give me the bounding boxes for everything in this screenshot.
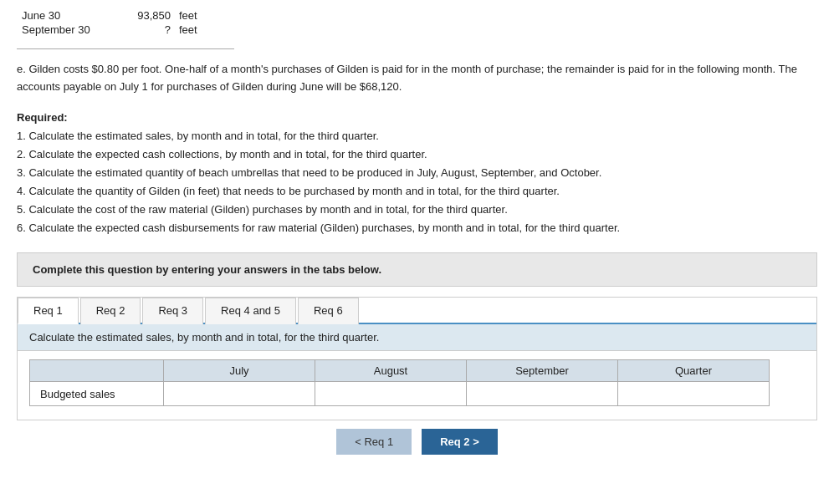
input-cell-3[interactable] bbox=[618, 382, 770, 406]
row-label: September 30 bbox=[17, 23, 109, 37]
required-item: 5. Calculate the cost of the raw materia… bbox=[17, 201, 817, 219]
top-inventory-table: June 30 93,850 feet September 30 ? feet bbox=[17, 8, 202, 37]
section-e-text: e. Gilden costs $0.80 per foot. One-half… bbox=[17, 61, 817, 96]
required-section: Required: 1. Calculate the estimated sal… bbox=[17, 111, 817, 238]
next-button[interactable]: Req 2 > bbox=[422, 429, 498, 455]
section-e: e. Gilden costs $0.80 per foot. One-half… bbox=[17, 61, 817, 96]
row-value: 93,850 bbox=[109, 8, 176, 23]
nav-buttons: < Req 1 Req 2 > bbox=[17, 420, 817, 460]
tab-content: Calculate the estimated sales, by month … bbox=[17, 324, 817, 420]
tab-req1[interactable]: Req 1 bbox=[18, 298, 79, 324]
tabs-row: Req 1Req 2Req 3Req 4 and 5Req 6 bbox=[18, 298, 816, 324]
required-item: 6. Calculate the expected cash disbursem… bbox=[17, 219, 817, 237]
required-item: 2. Calculate the expected cash collectio… bbox=[17, 145, 817, 164]
divider bbox=[17, 48, 234, 49]
tab-description: Calculate the estimated sales, by month … bbox=[18, 324, 816, 351]
required-item: 3. Calculate the estimated quantity of b… bbox=[17, 164, 817, 182]
col-header-2: August bbox=[315, 360, 467, 382]
input-cell-0[interactable] bbox=[164, 382, 315, 406]
tab-req6[interactable]: Req 6 bbox=[298, 298, 359, 324]
tab-req3[interactable]: Req 3 bbox=[142, 298, 203, 324]
row-unit: feet bbox=[176, 8, 202, 23]
required-item: 4. Calculate the quantity of Gilden (in … bbox=[17, 182, 817, 201]
col-header-0 bbox=[30, 360, 164, 382]
row-unit: feet bbox=[176, 23, 202, 37]
row-label: Budgeted sales bbox=[30, 382, 164, 406]
tab-req2[interactable]: Req 2 bbox=[80, 298, 141, 324]
top-table-row: June 30 93,850 feet bbox=[17, 8, 202, 23]
input-cell-2[interactable] bbox=[467, 382, 618, 406]
complete-box-text: Complete this question by entering your … bbox=[33, 263, 801, 276]
tab-req4and5[interactable]: Req 4 and 5 bbox=[205, 298, 296, 324]
col-header-4: Quarter bbox=[618, 360, 770, 382]
budgeted-sales-table: JulyAugustSeptemberQuarter Budgeted sale… bbox=[29, 359, 770, 406]
budgeted-sales-input-2[interactable] bbox=[467, 382, 617, 405]
required-title: Required: bbox=[17, 111, 817, 124]
prev-button[interactable]: < Req 1 bbox=[336, 429, 412, 455]
table-row: Budgeted sales bbox=[30, 382, 770, 406]
tabs-container: Req 1Req 2Req 3Req 4 and 5Req 6 bbox=[17, 297, 817, 324]
complete-box: Complete this question by entering your … bbox=[17, 252, 817, 287]
row-label: June 30 bbox=[17, 8, 109, 23]
required-item: 1. Calculate the estimated sales, by mon… bbox=[17, 127, 817, 145]
col-header-3: September bbox=[467, 360, 618, 382]
data-table-wrapper: JulyAugustSeptemberQuarter Budgeted sale… bbox=[18, 351, 816, 420]
budgeted-sales-input-0[interactable] bbox=[164, 382, 315, 405]
budgeted-sales-input-3[interactable] bbox=[618, 382, 769, 405]
row-value: ? bbox=[109, 23, 176, 37]
top-table-row: September 30 ? feet bbox=[17, 23, 202, 37]
budgeted-sales-input-1[interactable] bbox=[315, 382, 466, 405]
input-cell-1[interactable] bbox=[315, 382, 467, 406]
col-header-1: July bbox=[164, 360, 315, 382]
